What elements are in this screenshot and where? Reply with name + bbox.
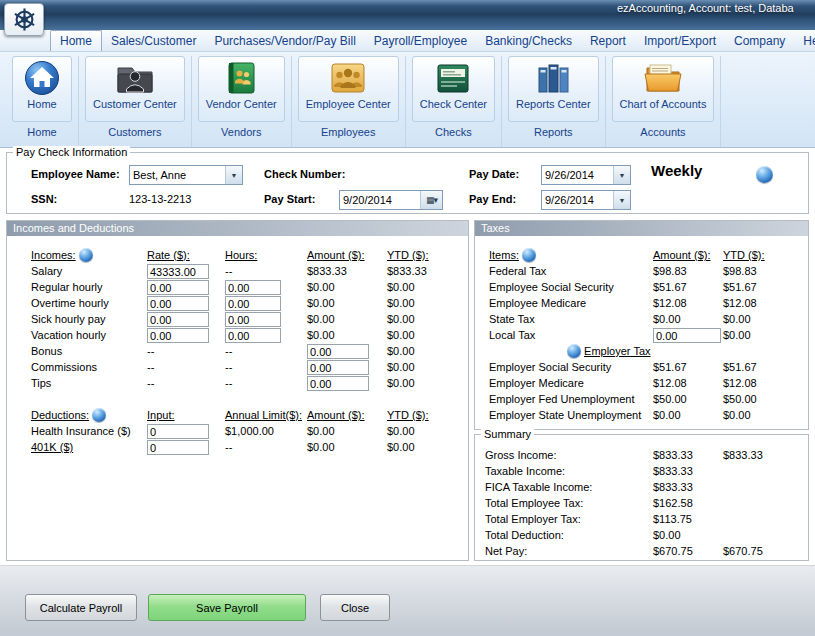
pay-date-label: Pay Date: (469, 168, 519, 180)
toolbar-group-label: Vendors (221, 126, 261, 138)
tab-banking-checks[interactable]: Banking/Checks (476, 31, 581, 51)
income-amount: $833.33 (307, 263, 387, 279)
taxes-help-globe-icon[interactable] (522, 248, 536, 262)
menu-bar: Home Sales/Customer Purchases/Vendor/Pay… (0, 30, 815, 52)
tax-amount: $98.83 (653, 263, 723, 279)
items-col-header: Items: (489, 247, 653, 263)
toolbar-customer-box: Customer Center (85, 56, 185, 122)
salary-rate-input[interactable] (147, 264, 209, 279)
toolbar-item-chart-of-accounts[interactable]: Chart of Accounts Accounts (606, 56, 722, 147)
income-hours-cell (225, 311, 307, 327)
tax-row-label: Federal Tax (489, 263, 653, 279)
toolbar-item-check-center[interactable]: Check Center Checks (406, 56, 502, 147)
sick-hourly-rate-input[interactable] (147, 312, 209, 327)
deduction-ytd: $0.00 (387, 423, 451, 439)
deductions-help-globe-icon[interactable] (92, 408, 106, 422)
income-amount: $0.00 (307, 295, 387, 311)
summary-table: Gross Income: $833.33 $833.33 Taxable In… (485, 447, 789, 559)
tax-ytd: $12.08 (723, 295, 789, 311)
health-insurance-input[interactable] (147, 424, 209, 439)
app-logo-wheel-icon (12, 7, 37, 32)
income-amount-cell (307, 375, 387, 391)
local-tax-input[interactable] (653, 328, 721, 343)
income-hours-cell (225, 327, 307, 343)
pay-end-select[interactable]: 9/26/2014 ▼ (541, 190, 631, 210)
tab-import-export[interactable]: Import/Export (635, 31, 725, 51)
tab-home[interactable]: Home (50, 30, 102, 51)
pay-start-datepicker[interactable]: 9/20/2014 ▦▾ (339, 190, 443, 210)
regular-hourly-hours-input[interactable] (225, 280, 281, 295)
tab-help[interactable]: Help (794, 31, 815, 51)
tab-payroll-employee[interactable]: Payroll/Employee (365, 31, 476, 51)
close-button[interactable]: Close (320, 594, 390, 621)
chart-of-accounts-icon (641, 59, 685, 97)
toolbar-item-title: Home (27, 98, 56, 110)
overtime-hourly-rate-input[interactable] (147, 296, 209, 311)
bonus-amount-input[interactable] (307, 344, 369, 359)
employee-name-select[interactable]: Best, Anne ▼ (129, 165, 243, 185)
summary-row-label: Total Deduction: (485, 527, 653, 543)
dropdown-arrow-icon[interactable]: ▼ (613, 191, 630, 209)
app-menu-button[interactable] (4, 3, 44, 36)
tab-purchases-vendor-pay-bill[interactable]: Purchases/Vendor/Pay Bill (205, 31, 364, 51)
tax-row-label: Employee Social Security (489, 279, 653, 295)
toolbar-group-label: Employees (321, 126, 375, 138)
toolbar-vendor-box: Vendor Center (198, 56, 285, 122)
vacation-hourly-hours-input[interactable] (225, 328, 281, 343)
tab-sales-customer[interactable]: Sales/Customer (102, 31, 205, 51)
toolbar-item-reports-center[interactable]: Reports Center Reports (502, 56, 606, 147)
tips-amount-input[interactable] (307, 376, 369, 391)
deduction-limit: -- (225, 439, 307, 455)
summary-group-title: Summary (481, 428, 534, 440)
calendar-dropdown-icon[interactable]: ▦▾ (420, 191, 442, 209)
pay-date-select[interactable]: 9/26/2014 ▼ (541, 165, 631, 185)
summary-row-label: Total Employer Tax: (485, 511, 653, 527)
income-row-label: Vacation hourly (31, 327, 147, 343)
tax-amount: $51.67 (653, 359, 723, 375)
summary-ytd (723, 527, 789, 543)
regular-hourly-rate-input[interactable] (147, 280, 209, 295)
income-ytd: $0.00 (387, 375, 451, 391)
toolbar-item-title: Customer Center (93, 98, 177, 110)
calculate-payroll-button[interactable]: Calculate Payroll (25, 594, 137, 621)
overtime-hourly-hours-input[interactable] (225, 296, 281, 311)
summary-group: Summary Gross Income: $833.33 $833.33 Ta… (474, 434, 809, 561)
summary-amount: $670.75 (653, 543, 723, 559)
k401-input[interactable] (147, 440, 209, 455)
deduction-row-label: Health Insurance ($) (31, 423, 147, 439)
income-rate: -- (147, 375, 225, 391)
toolbar-item-employee-center[interactable]: Employee Center Employees (292, 56, 406, 147)
toolbar-item-vendor-center[interactable]: Vendor Center Vendors (192, 56, 292, 147)
summary-ytd (723, 463, 789, 479)
tax-ytd: $0.00 (723, 407, 789, 423)
dropdown-arrow-icon[interactable]: ▼ (613, 166, 630, 184)
toolbar-item-customer-center[interactable]: Customer Center Customers (79, 56, 192, 147)
toolbar-home-box: Home (12, 56, 72, 122)
income-row-label: Salary (31, 263, 147, 279)
income-ytd: $0.00 (387, 359, 451, 375)
commissions-amount-input[interactable] (307, 360, 369, 375)
tab-company[interactable]: Company (725, 31, 794, 51)
reports-center-icon (531, 59, 575, 97)
incomes-help-globe-icon[interactable] (79, 248, 93, 262)
home-icon (20, 59, 64, 97)
footer-bar: Calculate Payroll Save Payroll Close (0, 565, 815, 636)
customer-center-icon (113, 59, 157, 97)
paycheck-help-globe-icon[interactable] (756, 166, 773, 183)
income-row-label: Regular hourly (31, 279, 147, 295)
rate-col-header: Rate ($): (147, 247, 225, 263)
amount-col-header: Amount ($): (653, 247, 723, 263)
tax-ytd: $0.00 (723, 327, 789, 343)
save-payroll-button[interactable]: Save Payroll (148, 594, 306, 621)
toolbar-item-home[interactable]: Home Home (6, 56, 79, 147)
deduction-ytd: $0.00 (387, 439, 451, 455)
sick-hourly-hours-input[interactable] (225, 312, 281, 327)
amount-col-header: Amount ($): (307, 247, 387, 263)
vacation-hourly-rate-input[interactable] (147, 328, 209, 343)
tax-row-label: State Tax (489, 311, 653, 327)
employer-tax-help-globe-icon[interactable] (567, 344, 581, 358)
tab-report[interactable]: Report (581, 31, 635, 51)
dropdown-arrow-icon[interactable]: ▼ (225, 166, 242, 184)
taxes-panel: Taxes Items: Amount ($): YTD ($): Federa… (474, 220, 809, 430)
deduction-401k-link[interactable]: 401K ($) (31, 439, 147, 455)
